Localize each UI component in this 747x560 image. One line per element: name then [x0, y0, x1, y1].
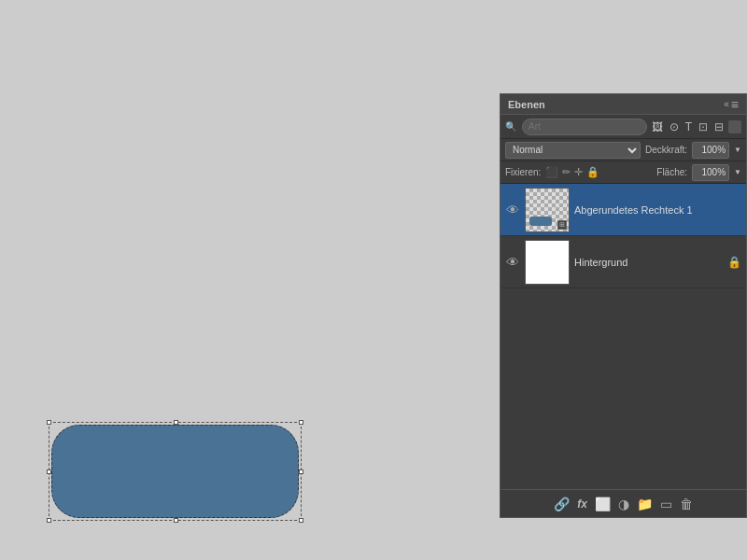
- handle-tl[interactable]: [47, 420, 51, 425]
- thumb-transparent-bg: ⊞: [526, 189, 569, 231]
- blend-opacity-row: Normal Deckkraft: ▼: [500, 139, 746, 161]
- panel-bottom-toolbar: 🔗 fx ⬜ ◑ 📁 ▭ 🗑: [500, 489, 746, 517]
- layer-item[interactable]: 👁 Hintergrund 🔒: [500, 236, 746, 288]
- lock-label: Fixieren:: [505, 167, 541, 177]
- fx-icon[interactable]: fx: [577, 497, 587, 511]
- layers-list: 👁 ⊞ Abgerundetes Rechteck 1 👁 Hintergrun…: [500, 184, 746, 489]
- image-filter-icon[interactable]: 🖼: [650, 119, 665, 134]
- lock-move-icon[interactable]: ✛: [574, 166, 583, 178]
- layer-name: Abgerundetes Rechteck 1: [574, 204, 741, 216]
- panel-titlebar: Ebenen « ≡: [500, 94, 746, 115]
- handle-bm[interactable]: [174, 518, 178, 523]
- handle-bl[interactable]: [47, 518, 51, 523]
- crop-filter-icon[interactable]: ⊡: [697, 119, 710, 134]
- lock-pixels-icon[interactable]: ⬛: [545, 166, 558, 178]
- filter-toolbar: 🔍 🖼 ⊙ T ⊡ ⊟: [500, 115, 746, 139]
- layer-visibility-icon[interactable]: 👁: [505, 255, 520, 270]
- layer-badge-icon: ⊞: [557, 220, 567, 230]
- lock-icons: ⬛ ✏ ✛ 🔒: [545, 166, 599, 178]
- new-group-icon[interactable]: 📁: [637, 497, 653, 511]
- search-icon: 🔍: [505, 121, 516, 132]
- layer-visibility-icon[interactable]: 👁: [505, 203, 520, 217]
- layer-locked-icon: 🔒: [727, 256, 741, 269]
- lock-all-icon[interactable]: 🔒: [586, 166, 599, 178]
- layer-thumbnail: [525, 240, 570, 285]
- layer-item[interactable]: 👁 ⊞ Abgerundetes Rechteck 1: [500, 184, 746, 236]
- opacity-label: Deckkraft:: [645, 145, 687, 155]
- fill-dropdown-arrow[interactable]: ▼: [734, 168, 741, 176]
- lock-draw-icon[interactable]: ✏: [562, 166, 571, 178]
- panel-title: Ebenen: [508, 99, 545, 110]
- blend-mode-select[interactable]: Normal: [505, 142, 641, 159]
- link-layers-icon[interactable]: 🔗: [554, 497, 570, 511]
- handle-mr[interactable]: [299, 469, 303, 474]
- canvas-shape[interactable]: [51, 425, 299, 518]
- panel-controls: « ≡: [724, 97, 739, 112]
- smart-filter-icon[interactable]: ⊟: [712, 119, 726, 134]
- handle-tr[interactable]: [299, 420, 303, 425]
- new-layer-icon[interactable]: ▭: [660, 497, 672, 511]
- opacity-dropdown-arrow[interactable]: ▼: [734, 146, 741, 154]
- thumb-shape: [529, 217, 552, 226]
- opacity-input[interactable]: [692, 142, 729, 159]
- handle-br[interactable]: [299, 518, 303, 523]
- adjustment-layer-icon[interactable]: ◑: [618, 497, 629, 511]
- fill-input[interactable]: [692, 164, 729, 181]
- collapse-button[interactable]: «: [724, 99, 729, 109]
- layers-panel: Ebenen « ≡ 🔍 🖼 ⊙ T ⊡ ⊟ Normal Deckkraft:…: [500, 93, 747, 518]
- layer-name: Hintergrund: [574, 257, 723, 268]
- search-input[interactable]: [529, 121, 641, 132]
- delete-layer-icon[interactable]: 🗑: [680, 497, 693, 511]
- thumb-white-bg: [526, 241, 569, 284]
- search-box[interactable]: [522, 119, 647, 135]
- fill-label: Fläche:: [656, 167, 687, 177]
- type-filter-icon[interactable]: T: [684, 119, 694, 134]
- layer-thumbnail: ⊞: [525, 188, 570, 232]
- circle-filter-icon[interactable]: ⊙: [668, 119, 681, 134]
- toggle-filter-icon[interactable]: [728, 120, 741, 133]
- new-fill-layer-icon[interactable]: ⬜: [595, 497, 611, 511]
- panel-menu-icon[interactable]: ≡: [731, 97, 739, 112]
- lock-row: Fixieren: ⬛ ✏ ✛ 🔒 Fläche: ▼: [500, 161, 746, 184]
